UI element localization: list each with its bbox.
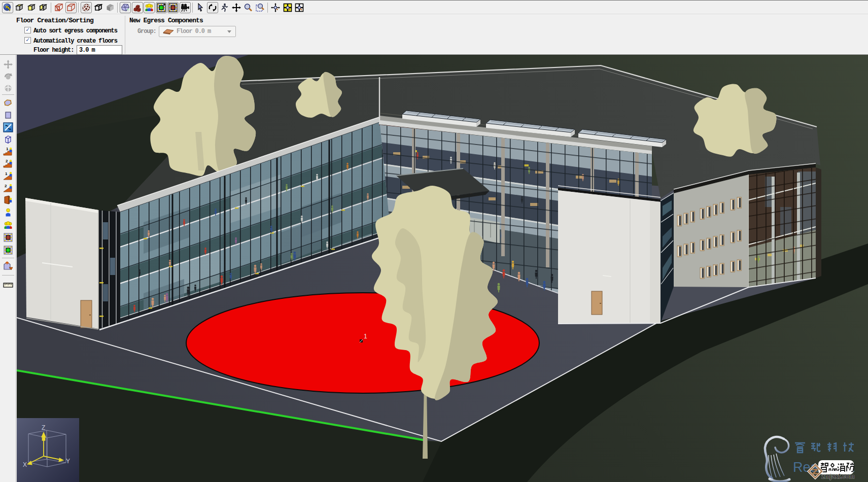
pan-tool-button[interactable] bbox=[231, 2, 242, 13]
prism-icon bbox=[4, 135, 13, 144]
select-object-button[interactable] bbox=[2, 2, 13, 13]
solid-cube-button[interactable] bbox=[105, 2, 116, 13]
mirror-disabled-icon bbox=[4, 84, 13, 93]
show-occupants-icon bbox=[145, 3, 154, 12]
axis-x-label: X bbox=[23, 461, 27, 468]
stair-two-floor-icon: 2 bbox=[3, 159, 13, 169]
textured-cube-button[interactable] bbox=[81, 2, 92, 13]
show-occupants-button[interactable] bbox=[144, 2, 155, 13]
show-objects-icon bbox=[133, 3, 142, 12]
show-objects-button[interactable] bbox=[132, 2, 143, 13]
floor-height-label: Floor height: bbox=[33, 47, 74, 54]
thin-wall-icon bbox=[3, 122, 13, 132]
show-cameras-button[interactable] bbox=[180, 2, 191, 13]
left-toolbar: 1 2 1 2 bbox=[0, 55, 16, 482]
auto-create-floors-checkbox[interactable]: ✓ bbox=[24, 37, 31, 44]
group-dropdown[interactable]: Floor 0.0 m bbox=[159, 26, 236, 37]
outline-cube-button[interactable] bbox=[93, 2, 104, 13]
textured-cube-icon bbox=[82, 3, 91, 12]
zoom-fit-selection-button[interactable] bbox=[294, 2, 305, 13]
scene-canvas: 1 bbox=[17, 55, 868, 482]
add-occupant-button[interactable] bbox=[2, 207, 15, 218]
stair-one-floor-button[interactable]: 1 bbox=[2, 146, 15, 157]
corner-glazing bbox=[98, 210, 120, 329]
auto-sort-checkbox[interactable]: ✓ bbox=[24, 27, 31, 33]
dropdown-arrow-icon bbox=[227, 30, 231, 33]
move-tool-button[interactable] bbox=[2, 59, 15, 70]
ramp-two-floor-icon: 2 bbox=[3, 183, 13, 193]
toolbar-separator bbox=[78, 3, 79, 13]
view-side-button[interactable] bbox=[38, 2, 49, 13]
show-geometry-button[interactable] bbox=[120, 2, 131, 13]
toolbar-separator bbox=[2, 258, 14, 258]
end-wall bbox=[25, 198, 98, 329]
toolbar-separator bbox=[117, 3, 118, 13]
ramp-one-floor-button[interactable]: 1 bbox=[2, 170, 15, 181]
zoom-fit-all-button[interactable] bbox=[282, 2, 293, 13]
select-tool-button[interactable] bbox=[195, 2, 206, 13]
badge-site: zmjaxf.com bbox=[821, 473, 854, 480]
add-occupant-group-button[interactable] bbox=[2, 220, 15, 230]
zoom-box-tool-button[interactable] bbox=[255, 2, 266, 13]
exit-region-button[interactable] bbox=[2, 245, 15, 255]
wireframe-button[interactable] bbox=[65, 2, 77, 13]
show-exits-button[interactable] bbox=[156, 2, 167, 13]
mirror-tool-button[interactable] bbox=[2, 83, 15, 93]
thin-wall-button[interactable] bbox=[2, 122, 15, 132]
orbit-tool-icon bbox=[208, 3, 217, 12]
wireframe-icon bbox=[66, 3, 76, 12]
view-top-button[interactable] bbox=[14, 2, 25, 13]
zoom-fit-selection-icon bbox=[295, 3, 304, 12]
rectangle-room-icon bbox=[4, 111, 13, 120]
wireframe-faces-button[interactable] bbox=[53, 2, 64, 13]
show-exits-icon bbox=[157, 3, 166, 12]
show-measurement-regions-button[interactable] bbox=[167, 2, 179, 13]
center-view-button[interactable] bbox=[270, 2, 281, 13]
stair-two-floor-button[interactable]: 2 bbox=[2, 158, 15, 169]
add-occupant-icon bbox=[4, 208, 13, 217]
polygon-room-button[interactable] bbox=[2, 97, 15, 108]
floor-height-input[interactable] bbox=[77, 45, 122, 55]
group-value: Floor 0.0 m bbox=[177, 28, 211, 35]
extract-floor-icon bbox=[3, 261, 13, 271]
corner-tower bbox=[558, 186, 661, 324]
toolbar-separator bbox=[2, 275, 14, 276]
prism-button[interactable] bbox=[2, 134, 15, 145]
top-toolbar bbox=[0, 0, 868, 14]
toolbar-separator bbox=[192, 3, 193, 13]
rotate-tool-button[interactable] bbox=[2, 71, 15, 82]
walk-tool-button[interactable] bbox=[219, 2, 230, 13]
view-top-icon bbox=[15, 3, 24, 12]
view-front-button[interactable] bbox=[26, 2, 37, 13]
extract-floor-button[interactable] bbox=[2, 261, 15, 271]
door-button[interactable] bbox=[2, 195, 15, 205]
ramp-two-floor-button[interactable]: 2 bbox=[2, 183, 15, 193]
measurement-region-button[interactable] bbox=[2, 232, 15, 243]
svg-text:1: 1 bbox=[6, 147, 9, 151]
select-object-icon bbox=[3, 3, 12, 12]
svg-text:1: 1 bbox=[5, 171, 8, 176]
toolbar-separator bbox=[267, 3, 268, 13]
svg-text:2: 2 bbox=[6, 159, 8, 163]
orbit-tool-button[interactable] bbox=[207, 2, 218, 13]
zoom-tool-button[interactable] bbox=[242, 2, 254, 13]
toolbar-separator bbox=[2, 94, 14, 95]
zoom-tool-icon bbox=[244, 3, 253, 12]
measure-tool-button[interactable] bbox=[2, 280, 15, 290]
rectangle-room-button[interactable] bbox=[2, 110, 15, 120]
auto-sort-label: Auto sort egress components bbox=[33, 27, 117, 35]
pan-tool-icon bbox=[232, 3, 241, 12]
polygon-room-icon bbox=[4, 98, 13, 108]
center-view-icon bbox=[271, 3, 280, 12]
wireframe-faces-icon bbox=[54, 3, 63, 12]
ramp-one-floor-icon: 1 bbox=[3, 171, 13, 181]
outline-cube-icon bbox=[94, 3, 103, 12]
floor-panel-title: Floor Creation/Sorting bbox=[16, 17, 93, 24]
walk-tool-icon bbox=[220, 3, 229, 12]
view-front-icon bbox=[27, 3, 36, 12]
3d-viewport[interactable]: 1 bbox=[17, 55, 868, 482]
stair-one-floor-icon: 1 bbox=[3, 147, 13, 157]
auto-create-floors-label: Automatically create floors bbox=[33, 38, 117, 45]
axis-gizmo: Z Y X bbox=[17, 418, 79, 482]
option-panels: Floor Creation/Sorting ✓ Auto sort egres… bbox=[0, 15, 868, 55]
